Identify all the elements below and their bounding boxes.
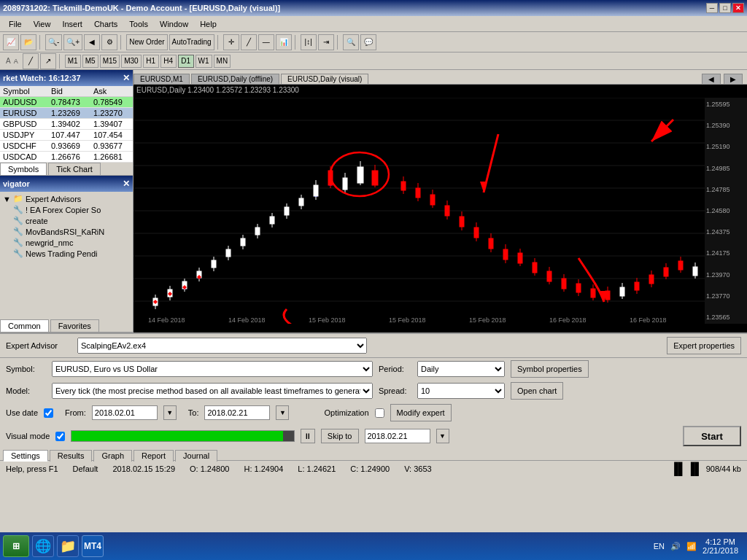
ea-icon: 🔧 <box>13 227 23 236</box>
arrow-button[interactable]: ↗ <box>40 53 56 69</box>
chart-shift-button[interactable]: ⇥ <box>318 34 334 50</box>
tf-h4[interactable]: H4 <box>160 55 177 68</box>
taskbar-icon-chrome[interactable]: 🌐 <box>32 535 54 557</box>
minimize-button[interactable]: ─ <box>706 3 718 13</box>
tab-symbols[interactable]: Symbols <box>0 163 47 175</box>
nav-item-ea5[interactable]: 🔧 News Trading Pendi <box>1 248 131 259</box>
menu-insert[interactable]: Insert <box>56 18 88 30</box>
new-order-button[interactable]: New Order <box>126 34 167 50</box>
market-watch-close[interactable]: ✕ <box>123 73 130 83</box>
from-date-input[interactable] <box>92 405 158 420</box>
menu-charts[interactable]: Charts <box>88 18 123 30</box>
start-button[interactable]: Start <box>683 426 741 446</box>
visual-mode-label: Visual mode <box>6 432 50 440</box>
model-select[interactable]: Every tick (the most precise method base… <box>52 383 373 399</box>
chart-canvas[interactable]: EURUSD,Daily 1.23400 1.23572 1.23293 1.2… <box>133 85 747 332</box>
svg-text:14 Feb 2018: 14 Feb 2018 <box>228 316 266 324</box>
visual-mode-checkbox[interactable] <box>55 432 65 441</box>
period-sep-button[interactable]: |↕| <box>301 34 317 50</box>
tab-common[interactable]: Common <box>0 319 49 332</box>
to-date-input[interactable] <box>204 405 270 420</box>
tab-settings[interactable]: Settings <box>3 450 48 462</box>
open-button[interactable]: 📂 <box>20 34 36 50</box>
svg-text:15 Feb 2018: 15 Feb 2018 <box>469 316 506 324</box>
table-row[interactable]: EURUSD1.232691.23270 <box>0 108 133 119</box>
chart-nav-prev[interactable]: ◀ <box>702 74 721 84</box>
skip-date-input[interactable] <box>365 429 430 443</box>
nav-item-ea3[interactable]: 🔧 MovBandsRSI_KaRiN <box>1 226 131 237</box>
new-chart-button[interactable]: 📈 <box>3 34 19 50</box>
line-button[interactable]: ╱ <box>241 34 257 50</box>
menu-view[interactable]: View <box>28 18 57 30</box>
tf-m15[interactable]: M15 <box>100 55 120 68</box>
tf-h1[interactable]: H1 <box>143 55 159 68</box>
open-chart-button[interactable]: Open chart <box>511 382 563 400</box>
tab-graph[interactable]: Graph <box>93 450 132 462</box>
taskbar-icon-explorer[interactable]: 📁 <box>57 535 79 557</box>
search-button[interactable]: 🔍 <box>343 34 359 50</box>
table-row[interactable]: USDJPY107.447107.454 <box>0 130 133 141</box>
line-style-button[interactable]: ╱ <box>23 53 39 69</box>
tab-results[interactable]: Results <box>50 450 93 462</box>
close-button[interactable]: ✕ <box>732 3 744 13</box>
indicator-button[interactable]: 📊 <box>276 34 292 50</box>
pause-button[interactable]: ⏸ <box>301 429 315 443</box>
status-time: 2018.02.15 15:29 <box>112 464 175 473</box>
auto-trading-button[interactable]: AutoTrading <box>169 34 214 50</box>
menu-file[interactable]: File <box>3 18 28 30</box>
taskbar-icon-metatrader[interactable]: MT4 <box>82 535 104 557</box>
tf-m5[interactable]: M5 <box>82 55 98 68</box>
chart-tab-m1[interactable]: EURUSD,M1 <box>133 74 190 84</box>
price-5: 1.24785 <box>706 186 746 193</box>
maximize-button[interactable]: □ <box>719 3 731 13</box>
crosshair-button[interactable]: ✛ <box>223 34 239 50</box>
modify-expert-button[interactable]: Modify expert <box>390 404 452 421</box>
use-date-checkbox[interactable] <box>44 408 53 418</box>
tab-journal[interactable]: Journal <box>175 450 217 462</box>
table-row[interactable]: USDCAD1.266761.26681 <box>0 152 133 163</box>
ea-select[interactable]: ScalpingEAv2.ex4 <box>77 338 367 354</box>
tf-w1[interactable]: W1 <box>196 55 212 68</box>
menu-window[interactable]: Window <box>154 18 194 30</box>
optimization-checkbox[interactable] <box>375 408 384 418</box>
tf-m30[interactable]: M30 <box>121 55 141 68</box>
properties-button[interactable]: ⚙ <box>101 34 117 50</box>
table-row[interactable]: GBPUSD1.394021.39407 <box>0 119 133 130</box>
nav-item-ea1[interactable]: 🔧 ! EA Forex Copier So <box>1 204 131 215</box>
symbol-select[interactable]: EURUSD, Euro vs US Dollar <box>52 361 373 377</box>
tf-m1[interactable]: M1 <box>65 55 81 68</box>
navigator-close[interactable]: ✕ <box>123 179 130 189</box>
font-down-label: A <box>14 58 18 65</box>
period-select[interactable]: Daily <box>417 361 505 377</box>
tf-mn[interactable]: MN <box>214 55 231 68</box>
skip-to-button[interactable]: Skip to <box>321 429 359 443</box>
hline-button[interactable]: — <box>258 34 274 50</box>
chart-tab-daily-offline[interactable]: EURUSD,Daily (offline) <box>191 74 279 84</box>
menu-help[interactable]: Help <box>194 18 222 30</box>
skip-date-picker[interactable]: ▼ <box>436 429 449 443</box>
tab-favorites[interactable]: Favorites <box>50 319 99 332</box>
tab-tick-chart[interactable]: Tick Chart <box>48 163 101 175</box>
network-icon: 📶 <box>686 542 697 551</box>
tf-d1[interactable]: D1 <box>178 55 194 68</box>
symbol-properties-button[interactable]: Symbol properties <box>511 360 589 378</box>
nav-item-ea4[interactable]: 🔧 newgrid_nmc <box>1 237 131 248</box>
comment-button[interactable]: 💬 <box>360 34 376 50</box>
spread-select[interactable]: 10 <box>417 383 505 399</box>
zoom-in-button[interactable]: 🔍+ <box>63 34 82 50</box>
chart-tab-daily-visual[interactable]: EURUSD,Daily (visual) <box>281 74 368 84</box>
scroll-button[interactable]: ◀ <box>84 34 100 50</box>
nav-item-expert-advisors[interactable]: ▼ 📁 Expert Advisors <box>1 193 131 204</box>
market-watch-tabs: Symbols Tick Chart <box>0 163 133 176</box>
zoom-out-button[interactable]: 🔍- <box>45 34 62 50</box>
nav-item-ea2[interactable]: 🔧 create <box>1 215 131 226</box>
start-button-taskbar[interactable]: ⊞ <box>3 535 29 557</box>
tab-report[interactable]: Report <box>133 450 174 462</box>
from-date-picker[interactable]: ▼ <box>163 405 177 420</box>
chart-nav-next[interactable]: ▶ <box>724 74 743 84</box>
menu-tools[interactable]: Tools <box>123 18 154 30</box>
table-row[interactable]: AUDUSD0.784730.78549 <box>0 97 133 108</box>
table-row[interactable]: USDCHF0.936690.93677 <box>0 141 133 152</box>
to-date-picker[interactable]: ▼ <box>276 405 289 420</box>
expert-properties-button[interactable]: Expert properties <box>667 337 741 354</box>
